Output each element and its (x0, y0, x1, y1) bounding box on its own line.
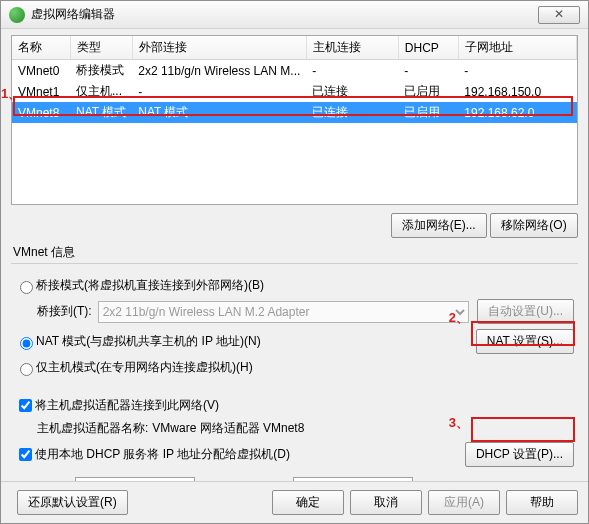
annotation-1: 1、 (1, 85, 21, 103)
network-table[interactable]: 名称 类型 外部连接 主机连接 DHCP 子网地址 VMnet0 桥接模式 2x… (11, 35, 578, 205)
nat-mode-row: NAT 模式(与虚拟机共享主机的 IP 地址)(N) NAT 设置(S)... (15, 329, 574, 354)
vmnet-info-group: 桥接模式(将虚拟机直接连接到外部网络)(B) 桥接到(T): 2x2 11b/g… (11, 263, 578, 508)
cell-type: 仅主机... (70, 81, 132, 102)
bridge-radio[interactable] (20, 281, 33, 294)
nat-settings-button[interactable]: NAT 设置(S)... (476, 329, 574, 354)
hostonly-mode-row: 仅主机模式(在专用网络内连接虚拟机)(H) (15, 359, 574, 376)
th-name[interactable]: 名称 (12, 36, 70, 60)
th-type[interactable]: 类型 (70, 36, 132, 60)
hostonly-label: 仅主机模式(在专用网络内连接虚拟机)(H) (36, 359, 253, 376)
add-network-button[interactable]: 添加网络(E)... (391, 213, 487, 238)
cell-host: - (306, 60, 398, 82)
table-header-row: 名称 类型 外部连接 主机连接 DHCP 子网地址 (12, 36, 577, 60)
annotation-2: 2、 (449, 309, 469, 327)
vnet-editor-window: 虚拟网络编辑器 ✕ 名称 类型 外部连接 主机连接 DHCP 子网地址 VMne… (0, 0, 589, 524)
cell-dhcp: - (398, 60, 458, 82)
cell-type: NAT 模式 (70, 102, 132, 123)
table-row[interactable]: VMnet0 桥接模式 2x2 11b/g/n Wireless LAN M..… (12, 60, 577, 82)
th-ext[interactable]: 外部连接 (132, 36, 306, 60)
help-button[interactable]: 帮助 (506, 490, 578, 515)
table-row[interactable]: VMnet1 仅主机... - 已连接 已启用 192.168.150.0 (12, 81, 577, 102)
adapter-name-value: VMware 网络适配器 VMnet8 (152, 420, 304, 437)
connect-host-label: 将主机虚拟适配器连接到此网络(V) (35, 397, 219, 414)
dialog-buttons: 还原默认设置(R) 确定 取消 应用(A) 帮助 (1, 481, 588, 523)
bridge-to-combo[interactable]: 2x2 11b/g/n Wireless LAN M.2 Adapter (98, 301, 470, 323)
bridge-mode-row: 桥接模式(将虚拟机直接连接到外部网络)(B) (15, 277, 574, 294)
cell-subnet: 192.168.62.0 (458, 102, 576, 123)
th-dhcp[interactable]: DHCP (398, 36, 458, 60)
content-area: 名称 类型 外部连接 主机连接 DHCP 子网地址 VMnet0 桥接模式 2x… (1, 29, 588, 518)
dhcp-row: 使用本地 DHCP 服务将 IP 地址分配给虚拟机(D) DHCP 设置(P).… (15, 442, 574, 467)
app-icon (9, 7, 25, 23)
table-row-selected[interactable]: VMnet8 NAT 模式 NAT 模式 已连接 已启用 192.168.62.… (12, 102, 577, 123)
dhcp-label: 使用本地 DHCP 服务将 IP 地址分配给虚拟机(D) (35, 446, 457, 463)
hostonly-radio[interactable] (20, 363, 33, 376)
cell-type: 桥接模式 (70, 60, 132, 82)
cancel-button[interactable]: 取消 (350, 490, 422, 515)
auto-settings-button[interactable]: 自动设置(U)... (477, 299, 574, 324)
close-button[interactable]: ✕ (538, 6, 580, 24)
adapter-name-label: 主机虚拟适配器名称: (37, 420, 148, 437)
cell-name: VMnet8 (12, 102, 70, 123)
cell-host: 已连接 (306, 102, 398, 123)
th-subnet[interactable]: 子网地址 (458, 36, 576, 60)
bridge-to-label: 桥接到(T): (37, 303, 92, 320)
cell-ext: 2x2 11b/g/n Wireless LAN M... (132, 60, 306, 82)
window-title: 虚拟网络编辑器 (31, 6, 538, 23)
adapter-name-row: 主机虚拟适配器名称: VMware 网络适配器 VMnet8 (37, 420, 574, 437)
cell-subnet: - (458, 60, 576, 82)
cell-dhcp: 已启用 (398, 81, 458, 102)
bridge-to-row: 桥接到(T): 2x2 11b/g/n Wireless LAN M.2 Ada… (37, 299, 574, 324)
table-buttons: 添加网络(E)... 移除网络(O) (11, 213, 578, 238)
cell-name: VMnet0 (12, 60, 70, 82)
connect-host-checkbox[interactable] (19, 399, 32, 412)
th-host[interactable]: 主机连接 (306, 36, 398, 60)
nat-label: NAT 模式(与虚拟机共享主机的 IP 地址)(N) (36, 333, 468, 350)
annotation-3: 3、 (449, 414, 469, 432)
titlebar[interactable]: 虚拟网络编辑器 ✕ (1, 1, 588, 29)
apply-button[interactable]: 应用(A) (428, 490, 500, 515)
bridge-label: 桥接模式(将虚拟机直接连接到外部网络)(B) (36, 277, 264, 294)
nat-radio[interactable] (20, 337, 33, 350)
cell-host: 已连接 (306, 81, 398, 102)
remove-network-button[interactable]: 移除网络(O) (490, 213, 578, 238)
cell-ext: NAT 模式 (132, 102, 306, 123)
restore-defaults-button[interactable]: 还原默认设置(R) (17, 490, 128, 515)
connect-host-row: 将主机虚拟适配器连接到此网络(V) (15, 396, 574, 415)
cell-subnet: 192.168.150.0 (458, 81, 576, 102)
cell-dhcp: 已启用 (398, 102, 458, 123)
vmnet-info-label: VMnet 信息 (13, 244, 578, 261)
dhcp-checkbox[interactable] (19, 448, 32, 461)
cell-ext: - (132, 81, 306, 102)
ok-button[interactable]: 确定 (272, 490, 344, 515)
dhcp-settings-button[interactable]: DHCP 设置(P)... (465, 442, 574, 467)
